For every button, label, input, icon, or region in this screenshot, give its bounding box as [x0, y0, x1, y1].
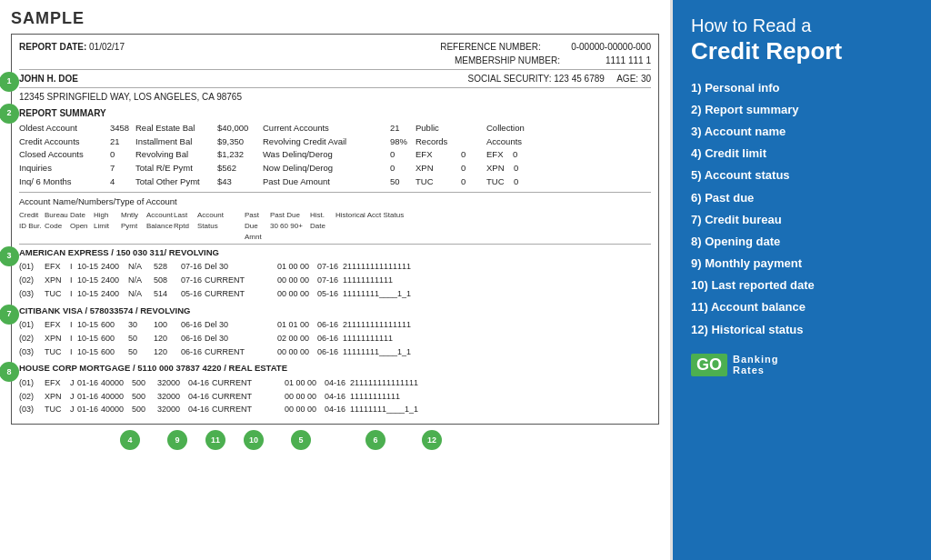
mortgage-name: HOUSE CORP MORTGAGE / 5110 000 37837 422…: [19, 362, 651, 375]
citibank-name: CITIBANK VISA / 578033574 / REVOLVING: [19, 305, 651, 317]
badge-1: 1: [0, 72, 19, 92]
column-headers: CreditID Bur. BureauCode DateOpen HighLi…: [19, 210, 651, 245]
list-item-3: 3) Account name: [691, 121, 913, 143]
citibank-rows: (01)EFXI10-156003010006-16Del 3001 01 00…: [19, 318, 651, 359]
account-citibank: 7 CITIBANK VISA / 578033574 / REVOLVING …: [19, 305, 651, 359]
list-item-2: 2) Report summary: [691, 99, 913, 121]
list-item-10: 10) Last reported date: [691, 275, 913, 296]
social-security: SOCIAL SECURITY: 123 45 6789 AGE: 30: [468, 72, 651, 85]
reference-block: REFERENCE NUMBER: 0-00000-00000-000 MEMB…: [440, 40, 651, 67]
list-item-1: 1) Personal info: [691, 77, 913, 99]
list-item-11: 11) Account balance: [691, 296, 913, 318]
go-logo-text: GO: [691, 354, 727, 376]
bottom-badges-row: 4 9 11 10 5 6 12: [11, 430, 659, 450]
bottom-badge-4: 4: [120, 430, 140, 450]
list-item-7: 7) Credit bureau: [691, 209, 913, 231]
badge-8: 8: [0, 362, 19, 382]
left-panel: SAMPLE REPORT DATE: 01/02/17 REFERENCE N…: [0, 0, 673, 560]
address: 12345 SPRINGFIELD WAY, LOS ANGELES, CA 9…: [19, 90, 651, 104]
sample-label: SAMPLE: [11, 9, 659, 28]
badge-3: 3: [0, 246, 19, 266]
list-item-9: 9) Monthly payment: [691, 253, 913, 275]
report-summary-section: 2 REPORT SUMMARY: [19, 106, 651, 120]
bottom-badge-5: 5: [291, 430, 311, 450]
credit-report-box: REPORT DATE: 01/02/17 REFERENCE NUMBER: …: [11, 34, 659, 425]
bottom-badge-9: 9: [167, 430, 187, 450]
report-date: REPORT DATE: 01/02/17: [19, 40, 125, 67]
account-mortgage: 8 HOUSE CORP MORTGAGE / 5110 000 37837 4…: [19, 362, 651, 416]
bottom-badge-12: 12: [422, 430, 442, 450]
right-title-top: How to Read a: [691, 15, 913, 36]
badge-2: 2: [0, 104, 19, 124]
list-item-6: 6) Past due: [691, 187, 913, 209]
list-item-12: 12) Historical status: [691, 319, 913, 341]
bottom-badge-10: 10: [244, 430, 264, 450]
badge-7: 7: [0, 305, 19, 325]
person-name: JOHN H. DOE: [19, 72, 78, 85]
account-amex: 3 AMERICAN EXPRESS / 150 030 311/ REVOLV…: [19, 246, 651, 301]
bottom-badge-6: 6: [365, 430, 385, 450]
bottom-badge-11: 11: [205, 430, 225, 450]
mortgage-rows: (01)EFXJ01-16400005003200004-16CURRENT01…: [19, 376, 651, 417]
report-summary-label: REPORT SUMMARY: [19, 106, 106, 120]
list-item-5: 5) Account status: [691, 165, 913, 186]
info-list: 1) Personal info 2) Report summary 3) Ac…: [691, 77, 913, 341]
list-item-8: 8) Opening date: [691, 231, 913, 253]
list-item-4: 4) Credit limit: [691, 143, 913, 165]
go-banking-logo: GO Banking Rates: [691, 354, 913, 376]
right-panel: How to Read a Credit Report 1) Personal …: [673, 0, 931, 560]
acct-header-label: Account Name/Numbers/Type of Account: [19, 195, 651, 208]
amex-rows: (01)EFXI10-152400N/A52807-16Del 3001 00 …: [19, 260, 651, 301]
right-title-bold: Credit Report: [691, 38, 913, 65]
banking-rates-text: Banking Rates: [733, 354, 778, 375]
amex-name: AMERICAN EXPRESS / 150 030 311/ REVOLVIN…: [19, 246, 651, 259]
summary-table: Oldest Account3458Real Estate Bal$40,000…: [19, 122, 651, 193]
